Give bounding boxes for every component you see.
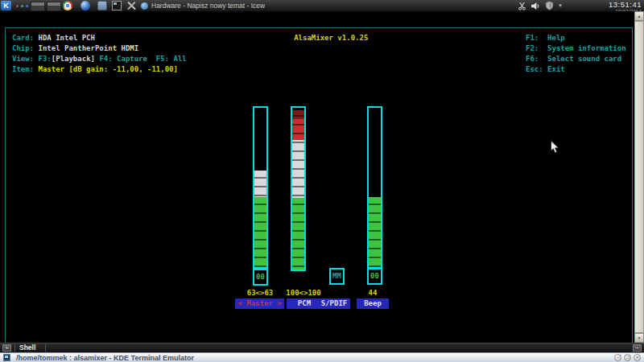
crossed-tools-icon[interactable] (126, 0, 137, 10)
tab-separator (14, 344, 15, 352)
system-tray: ▼ (518, 0, 563, 11)
chip-label: Chip: (12, 44, 39, 52)
iceweasel-icon (141, 2, 148, 10)
channel-label-master[interactable]: < Master > (235, 298, 284, 309)
item-value: Master [dB gain: -11,00, -11,00] (39, 65, 178, 73)
mute-switch-beep[interactable]: 00 (367, 268, 382, 285)
scrollbar-down-arrow[interactable]: ▼ (634, 333, 644, 343)
view-row: View: F3:[Playback] F4: Capture F5: All (12, 54, 187, 64)
scissors-icon[interactable] (518, 2, 526, 10)
view-f3: F3: (39, 55, 52, 63)
pager-desktop-2[interactable] (47, 2, 61, 11)
close-button[interactable]: × (634, 354, 641, 361)
item-label: Item: (12, 65, 39, 73)
volume-value-master: 63<>63 (247, 288, 274, 298)
terminal-scrollbar[interactable]: ▲ ▼ (634, 11, 644, 343)
desktop-pager[interactable] (31, 2, 61, 11)
bar-inner-master (254, 108, 266, 267)
new-tab-button[interactable]: + (2, 344, 11, 352)
window-title: /home/tommek : alsamixer - KDE Terminal … (16, 353, 194, 362)
caret-down-icon[interactable]: ▼ (558, 3, 563, 8)
task-button-hardware[interactable]: Hardware - Napisz nowy temat - Icew (141, 0, 265, 11)
top-panel: K Hardware - Napisz nowy temat - Icew (0, 0, 644, 12)
scrollbar-up-arrow[interactable]: ▲ (634, 11, 644, 21)
volume-bar-master[interactable] (253, 106, 268, 269)
window-titlebar[interactable]: /home/tommek : alsamixer - KDE Terminal … (0, 352, 644, 362)
task-button-label: Hardware - Napisz nowy temat - Icew (151, 2, 265, 10)
desktop: K Hardware - Napisz nowy temat - Icew (0, 0, 644, 362)
tab-shell[interactable]: Shell (19, 343, 35, 352)
card-label: Card: (12, 34, 39, 42)
tab-separator (45, 344, 46, 352)
applet-dots-icon[interactable] (16, 5, 28, 7)
tab-list-button[interactable]: − (633, 344, 642, 352)
help-f1: F1: Help (526, 33, 565, 43)
terminal-screen[interactable]: AlsaMixer v1.0.25 Card: HDA Intel PCH Ch… (0, 11, 634, 343)
scrollbar-thumb[interactable] (634, 21, 644, 333)
bar-inner-beep (369, 108, 381, 267)
bar-segments-beep (369, 108, 381, 267)
terminal-launcher-icon[interactable] (112, 1, 122, 10)
channel-label-pcm[interactable]: PCM (287, 298, 322, 309)
chip-value: Intel PantherPoint HDMI (39, 44, 139, 52)
view-label: View: (12, 55, 39, 63)
channel-label-s-pdif[interactable]: S/PDIF (318, 298, 350, 309)
bar-inner-pcm (292, 108, 304, 269)
dot-blue-icon (26, 5, 28, 7)
konsole-window-icon[interactable] (3, 354, 10, 361)
globe-browser-icon[interactable] (80, 1, 90, 10)
help-f2: F2: System information (526, 43, 626, 54)
dot-teal-icon (21, 5, 23, 7)
view-playback-active: [Playback] (52, 55, 95, 63)
card-value: HDA Intel PCH (39, 34, 95, 42)
volume-value-beep: 44 (369, 288, 378, 298)
channel-label-beep[interactable]: Beep (357, 298, 389, 309)
view-other-modes: F4: Capture F5: All (95, 55, 187, 63)
pager-desktop-1[interactable] (31, 2, 45, 11)
item-row: Item: Master [dB gain: -11,00, -11,00] (12, 64, 178, 75)
bar-segments-master (254, 108, 266, 267)
help-esc: Esc: Exit (526, 64, 565, 75)
card-row: Card: HDA Intel PCH (12, 33, 95, 43)
chrome-icon[interactable] (63, 1, 72, 10)
maximize-button[interactable]: □ (624, 354, 631, 361)
package-icon[interactable] (97, 1, 107, 10)
chip-row: Chip: Intel PantherPoint HDMI (12, 43, 138, 54)
volume-value-pcm: 100<>100 (286, 288, 320, 298)
mute-switch-s-pdif[interactable]: MM (329, 268, 345, 285)
kde-menu-button[interactable]: K (1, 1, 11, 10)
volume-bar-pcm[interactable] (291, 106, 306, 271)
shield-icon[interactable] (545, 1, 554, 10)
clock-time: 13:51:41 (609, 1, 642, 9)
help-f6: F6: Select sound card (526, 54, 621, 64)
bar-segments-pcm (292, 108, 304, 269)
dot-red-icon (16, 5, 19, 7)
mouse-cursor (550, 140, 559, 154)
volume-bar-beep[interactable] (367, 106, 382, 269)
speaker-icon[interactable] (530, 2, 541, 10)
mute-switch-master[interactable]: 00 (253, 269, 268, 286)
minimize-button[interactable]: − (614, 354, 621, 361)
